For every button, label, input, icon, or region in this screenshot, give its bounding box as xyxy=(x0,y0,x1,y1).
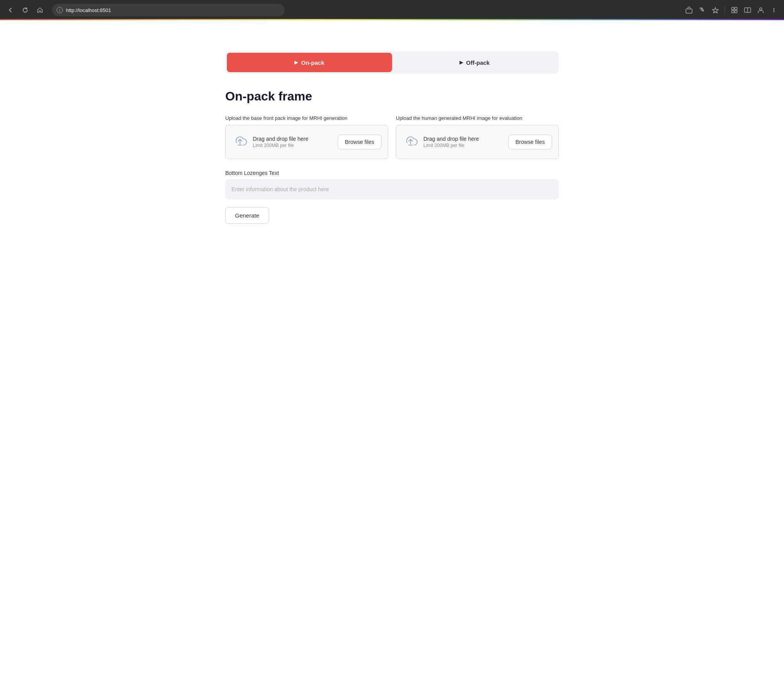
split-view-icon[interactable] xyxy=(742,5,753,16)
browse-files-button-left[interactable]: Browse files xyxy=(338,135,382,149)
extensions-icon[interactable] xyxy=(729,5,740,16)
tab-off-pack-label: Off-pack xyxy=(466,59,490,66)
menu-icon[interactable] xyxy=(768,5,779,16)
drag-drop-text-left: Drag and drop file here xyxy=(253,136,333,142)
cloud-upload-icon-left xyxy=(232,133,248,151)
upload-left-label: Upload the base front pack image for MRH… xyxy=(225,115,388,121)
upload-left-text: Drag and drop file here Limit 200MB per … xyxy=(253,136,333,148)
svg-rect-3 xyxy=(732,10,734,13)
tab-on-pack[interactable]: ▶ On-pack xyxy=(227,53,392,72)
limit-text-right: Limit 200MB per file xyxy=(423,143,504,148)
profile-icon[interactable] xyxy=(755,5,766,16)
svg-rect-0 xyxy=(686,9,692,13)
upload-left-zone[interactable]: Drag and drop file here Limit 200MB per … xyxy=(225,125,388,159)
back-button[interactable] xyxy=(5,4,16,16)
address-bar[interactable]: i http://localhost:8501 xyxy=(52,4,285,16)
svg-point-7 xyxy=(760,8,762,10)
svg-rect-4 xyxy=(735,10,737,13)
svg-rect-1 xyxy=(732,7,734,10)
drag-drop-text-right: Drag and drop file here xyxy=(423,136,504,142)
svg-point-10 xyxy=(774,11,775,12)
svg-point-8 xyxy=(774,8,775,9)
page-title: On-pack frame xyxy=(225,89,559,104)
briefcase-icon[interactable] xyxy=(684,5,694,16)
upload-right-text: Drag and drop file here Limit 200MB per … xyxy=(423,136,504,148)
home-button[interactable] xyxy=(34,4,46,16)
lozenges-input[interactable] xyxy=(225,179,559,199)
play-icon-on-pack: ▶ xyxy=(294,60,298,65)
separator xyxy=(725,6,725,14)
tab-container: ▶ On-pack ▶ Off-pack xyxy=(225,51,559,74)
tab-on-pack-label: On-pack xyxy=(301,59,324,66)
lozenges-label: Bottom Lozenges Text xyxy=(225,170,559,176)
svg-point-9 xyxy=(774,10,775,11)
upload-right-col: Upload the human generated MRHI image fo… xyxy=(396,115,559,159)
url-display: http://localhost:8501 xyxy=(66,7,111,13)
upload-row: Upload the base front pack image for MRH… xyxy=(225,115,559,159)
play-icon-off-pack: ▶ xyxy=(459,60,463,65)
cloud-upload-icon-right xyxy=(402,133,419,151)
upload-right-label: Upload the human generated MRHI image fo… xyxy=(396,115,559,121)
refresh-button[interactable] xyxy=(19,4,31,16)
upload-left-col: Upload the base front pack image for MRH… xyxy=(225,115,388,159)
svg-rect-2 xyxy=(735,7,737,10)
browse-files-button-right[interactable]: Browse files xyxy=(508,135,552,149)
tab-off-pack[interactable]: ▶ Off-pack xyxy=(392,53,557,72)
translate-icon[interactable] xyxy=(697,5,708,16)
limit-text-left: Limit 200MB per file xyxy=(253,143,333,148)
browser-chrome: i http://localhost:8501 xyxy=(0,0,784,20)
star-icon[interactable] xyxy=(710,5,721,16)
page-content: ▶ On-pack ▶ Off-pack On-pack frame Uploa… xyxy=(218,20,566,239)
browser-actions xyxy=(684,5,779,16)
generate-button[interactable]: Generate xyxy=(225,207,269,224)
info-icon: i xyxy=(57,7,63,13)
upload-right-zone[interactable]: Drag and drop file here Limit 200MB per … xyxy=(396,125,559,159)
